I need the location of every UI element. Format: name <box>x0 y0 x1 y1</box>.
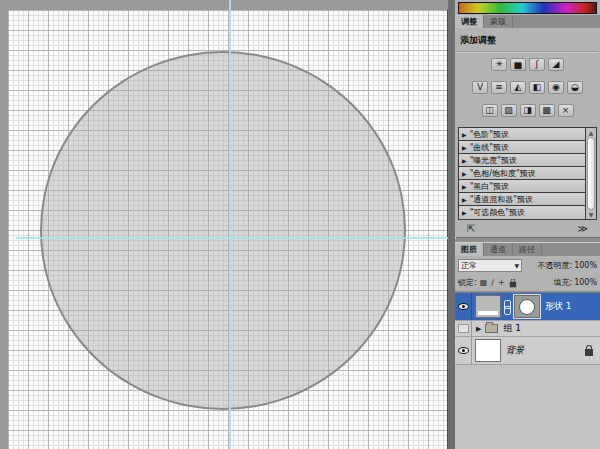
preset-levels[interactable]: ▶"色阶"预设 <box>459 128 585 141</box>
eye-icon <box>458 347 469 354</box>
clip-to-layer-icon[interactable]: ≫ <box>578 223 588 235</box>
fill-label: 填充: <box>553 277 572 288</box>
layer-row-group1[interactable]: ▶ 组 1 <box>455 321 600 337</box>
group-expand-icon[interactable]: ▶ <box>476 325 481 333</box>
tab-paths[interactable]: 路径 <box>513 243 542 256</box>
collapse-triangle-icon[interactable]: ▶ <box>462 196 467 203</box>
chevron-down-icon: ▼ <box>514 262 519 269</box>
visibility-toggle[interactable] <box>455 337 472 364</box>
eye-off-icon <box>458 324 469 333</box>
layer-list: 形状 1 ▶ 组 1 背景 <box>455 292 600 365</box>
brightness-contrast-icon[interactable]: ☀ <box>491 58 507 71</box>
collapse-triangle-icon[interactable]: ▶ <box>462 183 467 190</box>
scrollbar-thumb[interactable] <box>587 137 595 210</box>
adjustment-presets-list: ▶"色阶"预设 ▶"曲线"预设 ▶"曝光度"预设 ▶"色相/饱和度"预设 ▶"黑… <box>458 127 597 220</box>
background-thumbnail[interactable] <box>475 339 501 362</box>
threshold-icon[interactable]: ◨ <box>520 104 536 117</box>
preset-label: "色阶"预设 <box>470 129 509 140</box>
selective-color-icon[interactable]: × <box>558 104 574 117</box>
photoshop-window: 调整 蒙版 添加调整 ☀ ▅ ʃ ◢ V ≡ ◭ ◧ ◉ ◒ ◫ ▨ ◨ ▩ × <box>0 0 600 449</box>
background-lock-icon <box>585 349 593 356</box>
layers-empty-area <box>455 365 600 449</box>
vibrance-icon[interactable]: V <box>472 81 488 94</box>
curves-icon[interactable]: ʃ <box>529 58 545 71</box>
invert-icon[interactable]: ◫ <box>482 104 498 117</box>
fill-value[interactable]: 100% <box>574 278 597 287</box>
canvas-panel-gap <box>448 0 455 449</box>
blend-mode-row: 正常 ▼ 不透明度: 100% <box>455 256 600 274</box>
layers-tab-bar: 图层 通道 路径 <box>455 243 600 256</box>
preset-black-white[interactable]: ▶"黑白"预设 <box>459 180 585 193</box>
lock-all-icon[interactable] <box>509 281 515 287</box>
preset-channel-mixer[interactable]: ▶"通道混和器"预设 <box>459 193 585 206</box>
preset-label: "曝光度"预设 <box>470 155 517 166</box>
document-canvas[interactable] <box>8 10 448 449</box>
folder-icon <box>485 324 498 333</box>
collapse-triangle-icon[interactable]: ▶ <box>462 157 467 164</box>
collapse-triangle-icon[interactable]: ▶ <box>462 131 467 138</box>
divider <box>457 51 598 53</box>
layer-row-background[interactable]: 背景 <box>455 337 600 365</box>
gradient-map-icon[interactable]: ▩ <box>539 104 555 117</box>
visibility-toggle[interactable] <box>455 321 472 336</box>
layer-name[interactable]: 形状 1 <box>545 300 572 313</box>
color-spectrum-bar[interactable] <box>458 2 597 14</box>
vector-mask-thumbnail[interactable] <box>514 295 540 318</box>
color-balance-icon[interactable]: ◭ <box>510 81 526 94</box>
panel-column: 调整 蒙版 添加调整 ☀ ▅ ʃ ◢ V ≡ ◭ ◧ ◉ ◒ ◫ ▨ ◨ ▩ × <box>455 0 600 449</box>
preset-curves[interactable]: ▶"曲线"预设 <box>459 141 585 154</box>
circle-mask-preview <box>519 299 535 315</box>
blend-mode-value: 正常 <box>461 260 477 271</box>
channel-mixer-icon[interactable]: ◒ <box>567 81 583 94</box>
eye-icon <box>458 303 469 310</box>
preset-label: "曲线"预设 <box>470 142 509 153</box>
document-area <box>0 0 455 449</box>
opacity-value[interactable]: 100% <box>574 261 597 270</box>
scroll-up-icon[interactable]: ▲ <box>586 128 596 137</box>
layer-name[interactable]: 背景 <box>506 344 524 357</box>
adjustment-icon-row-1: ☀ ▅ ʃ ◢ <box>455 58 600 71</box>
preset-hue-saturation[interactable]: ▶"色相/饱和度"预设 <box>459 167 585 180</box>
tab-channels[interactable]: 通道 <box>484 243 513 256</box>
black-white-icon[interactable]: ◧ <box>529 81 545 94</box>
collapse-triangle-icon[interactable]: ▶ <box>462 209 467 216</box>
lock-pixels-icon[interactable]: ∕ <box>491 278 494 288</box>
link-mask-icon <box>503 299 510 315</box>
adjustment-icon-row-2: V ≡ ◭ ◧ ◉ ◒ <box>455 81 600 94</box>
blend-mode-select[interactable]: 正常 ▼ <box>458 259 522 272</box>
layer-row-shape1[interactable]: 形状 1 <box>455 293 600 321</box>
collapse-triangle-icon[interactable]: ▶ <box>462 170 467 177</box>
tab-layers[interactable]: 图层 <box>455 243 484 256</box>
collapse-triangle-icon[interactable]: ▶ <box>462 144 467 151</box>
lock-transparency-icon[interactable]: ▦ <box>480 278 488 288</box>
scroll-down-icon[interactable]: ▼ <box>586 210 596 219</box>
add-adjustment-heading: 添加调整 <box>455 28 600 51</box>
opacity-label: 不透明度: <box>537 260 572 271</box>
posterize-icon[interactable]: ▨ <box>501 104 517 117</box>
switch-panel-view-icon[interactable]: ⇱ <box>467 223 475 235</box>
lock-label: 锁定: <box>458 277 477 288</box>
adjustment-icon-row-3: ◫ ▨ ◨ ▩ × <box>455 104 600 117</box>
preset-scrollbar[interactable]: ▲ ▼ <box>585 128 596 219</box>
tab-adjustments[interactable]: 调整 <box>455 15 484 28</box>
preset-selective-color[interactable]: ▶"可选颜色"预设 <box>459 206 585 219</box>
adjustments-tab-bar: 调整 蒙版 <box>455 15 600 28</box>
preset-label: "色相/饱和度"预设 <box>470 168 536 179</box>
tab-masks[interactable]: 蒙版 <box>484 15 513 28</box>
preset-label: "黑白"预设 <box>470 181 509 192</box>
vertical-guide[interactable] <box>229 0 231 449</box>
circle-shape-layer[interactable] <box>40 51 406 410</box>
levels-icon[interactable]: ▅ <box>510 58 526 71</box>
lock-position-icon[interactable]: + <box>498 278 505 288</box>
preset-label: "通道混和器"预设 <box>470 194 533 205</box>
shape-fill-thumbnail[interactable] <box>475 295 501 318</box>
layer-name[interactable]: 组 1 <box>503 322 521 335</box>
visibility-toggle[interactable] <box>455 293 472 320</box>
photo-filter-icon[interactable]: ◉ <box>548 81 564 94</box>
exposure-icon[interactable]: ◢ <box>548 58 564 71</box>
preset-label: "可选颜色"预设 <box>470 207 525 218</box>
adjustments-bottom-bar: ⇱ ≫ <box>455 220 600 237</box>
preset-exposure[interactable]: ▶"曝光度"预设 <box>459 154 585 167</box>
horizontal-guide[interactable] <box>16 237 456 239</box>
hue-saturation-icon[interactable]: ≡ <box>491 81 507 94</box>
